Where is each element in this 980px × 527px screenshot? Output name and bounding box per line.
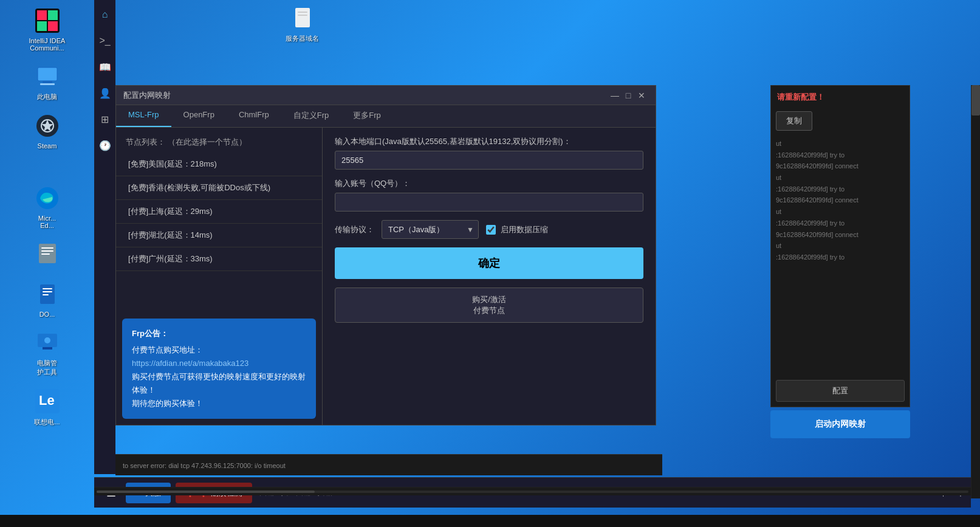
desktop-icon-pc-tool[interactable]: 电脑管护工具 bbox=[24, 328, 70, 377]
vertical-scrollbar[interactable] bbox=[971, 85, 980, 498]
tab-open-frp[interactable]: OpenFrp bbox=[171, 105, 227, 127]
desktop-icon-server[interactable]: 服务器域名 bbox=[279, 3, 325, 43]
node-panel-subtitle: （在此选择一个节点） bbox=[168, 137, 247, 146]
log-line: :162886420f99fd] try to bbox=[776, 252, 905, 263]
bottom-error-log: to server error: dial tcp 47.243.96.125:… bbox=[115, 454, 662, 475]
tab-more-frp[interactable]: 更多Frp bbox=[341, 105, 393, 127]
reconfigure-label: 请重新配置！ bbox=[771, 86, 910, 109]
app-tabs: MSL-Frp OpenFrp ChmlFrp 自定义Frp 更多Frp bbox=[116, 105, 656, 128]
svg-rect-13 bbox=[41, 250, 53, 252]
maximize-button[interactable]: □ bbox=[622, 89, 635, 102]
server-icon bbox=[288, 3, 317, 32]
sidebar-item-history[interactable]: 🕐 bbox=[97, 137, 114, 154]
node-panel-title: 节点列表： bbox=[126, 137, 165, 146]
desktop-icon-steam[interactable]: Steam bbox=[24, 111, 70, 150]
desktop-icon-doc[interactable]: DO... bbox=[24, 280, 70, 318]
announcement-title: Frp公告： bbox=[132, 327, 306, 340]
svg-text:Le: Le bbox=[39, 393, 55, 408]
tab-chml-frp[interactable]: ChmlFrp bbox=[227, 105, 281, 127]
compress-checkbox[interactable] bbox=[486, 225, 496, 235]
node-item-4[interactable]: [付费]广州(延迟：33ms) bbox=[116, 247, 322, 271]
svg-rect-16 bbox=[43, 288, 52, 289]
node-panel-header: 节点列表： （在此选择一个节点） bbox=[116, 128, 322, 153]
close-button[interactable]: ✕ bbox=[635, 89, 648, 102]
account-input[interactable] bbox=[335, 193, 643, 212]
node-item-3[interactable]: [付费]湖北(延迟：14ms) bbox=[116, 224, 322, 247]
copy-button[interactable]: 复制 bbox=[776, 111, 812, 131]
start-mapping-button[interactable]: 启动内网映射 bbox=[770, 410, 910, 438]
log-line: ut bbox=[776, 138, 905, 150]
protocol-select-wrapper: TCP（Java版） UDP（基岩版） TCP+UDP ▼ bbox=[382, 220, 479, 239]
desktop-icons-area: IntelliJ IDEACommuni... 此电脑 Steam bbox=[0, 0, 94, 474]
svg-rect-12 bbox=[41, 247, 53, 249]
log-content-area: ut :162886420f99fd] try to 9c162886420f9… bbox=[771, 133, 910, 375]
pc-tool-label: 电脑管护工具 bbox=[37, 359, 57, 377]
tab-custom-frp[interactable]: 自定义Frp bbox=[281, 105, 341, 127]
announcement-line3: 期待您的购买体验！ bbox=[132, 397, 306, 410]
log-line: :162886420f99fd] try to bbox=[776, 184, 905, 195]
desktop-icon-file[interactable] bbox=[24, 239, 70, 270]
desktop-icon-this-pc[interactable]: 此电脑 bbox=[24, 61, 70, 102]
tab-msl-frp[interactable]: MSL-Frp bbox=[116, 105, 171, 127]
svg-rect-3 bbox=[37, 21, 47, 31]
doc-icon bbox=[33, 280, 62, 309]
horizontal-scrollbar[interactable] bbox=[94, 487, 971, 495]
desktop-icon-lenovo[interactable]: Le 联想电... bbox=[24, 387, 70, 427]
svg-rect-1 bbox=[37, 10, 47, 20]
log-line: :162886420f99fd] try to bbox=[776, 218, 905, 229]
svg-rect-24 bbox=[295, 8, 310, 27]
window-title: 配置内网映射 bbox=[123, 90, 608, 101]
status-bar bbox=[0, 515, 980, 527]
log-panel: 请重新配置！ 复制 ut :162886420f99fd] try to 9c1… bbox=[770, 85, 910, 407]
account-label: 输入账号（QQ号）： bbox=[335, 178, 643, 189]
svg-rect-4 bbox=[48, 21, 58, 31]
port-input[interactable] bbox=[335, 151, 643, 170]
desktop: IntelliJ IDEACommuni... 此电脑 Steam bbox=[0, 0, 980, 527]
compress-label: 启用数据压缩 bbox=[501, 224, 548, 235]
edge-icon bbox=[33, 184, 62, 213]
config-button[interactable]: 配置 bbox=[776, 380, 905, 402]
log-line: :162886420f99fd] try to bbox=[776, 150, 905, 161]
node-item-1[interactable]: [免费]香港(检测失败,可能被DDos或下线) bbox=[116, 176, 322, 200]
sidebar-item-home[interactable]: ⌂ bbox=[97, 6, 114, 23]
svg-rect-2 bbox=[48, 10, 58, 20]
file-icon bbox=[33, 239, 62, 268]
app-sidebar: ⌂ >_ 📖 👤 ⊞ 🕐 bbox=[94, 0, 115, 474]
steam-icon bbox=[33, 111, 62, 140]
node-list-panel: 节点列表： （在此选择一个节点） [免费]美国(延迟：218ms) [免费]香港… bbox=[116, 128, 323, 425]
log-line: 9c162886420f99fd] connect bbox=[776, 160, 905, 172]
vscroll-thumb bbox=[971, 85, 980, 115]
log-line: ut bbox=[776, 206, 905, 218]
sidebar-item-qr[interactable]: ⊞ bbox=[97, 111, 114, 128]
announcement-line2: 购买付费节点可获得更快的映射速度和更好的映射体验！ bbox=[132, 370, 306, 397]
config-btn-area: 配置 bbox=[776, 380, 905, 402]
node-item-0[interactable]: [免费]美国(延迟：218ms) bbox=[116, 153, 322, 176]
app-main-content: 节点列表： （在此选择一个节点） [免费]美国(延迟：218ms) [免费]香港… bbox=[116, 128, 656, 425]
announcement-link: https://afdian.net/a/makabaka123 bbox=[132, 359, 248, 368]
minimize-button[interactable]: — bbox=[608, 89, 622, 102]
config-panel: 输入本地端口(Java版默认25565,基岩版默认19132,双协议用分割)： … bbox=[323, 128, 656, 425]
server-domain-label: 服务器域名 bbox=[286, 34, 319, 43]
main-config-window: 配置内网映射 — □ ✕ MSL-Frp OpenFrp ChmlFrp 自定义… bbox=[115, 85, 656, 425]
svg-rect-17 bbox=[43, 291, 52, 292]
buy-button[interactable]: 购买/激活付费节点 bbox=[335, 288, 643, 323]
sidebar-item-users[interactable]: 👤 bbox=[97, 84, 114, 102]
node-list: [免费]美国(延迟：218ms) [免费]香港(检测失败,可能被DDos或下线)… bbox=[116, 153, 322, 312]
intellij-icon bbox=[33, 6, 62, 35]
node-item-2[interactable]: [付费]上海(延迟：29ms) bbox=[116, 200, 322, 224]
protocol-select[interactable]: TCP（Java版） UDP（基岩版） TCP+UDP bbox=[382, 220, 479, 239]
log-line: 9c162886420f99fd] connect bbox=[776, 229, 905, 241]
protocol-row: 传输协议： TCP（Java版） UDP（基岩版） TCP+UDP ▼ 启用数据… bbox=[335, 220, 643, 239]
svg-rect-6 bbox=[43, 81, 52, 83]
desktop-icon-intellij[interactable]: IntelliJ IDEACommuni... bbox=[24, 6, 70, 52]
confirm-button[interactable]: 确定 bbox=[335, 247, 643, 279]
sidebar-item-terminal[interactable]: >_ bbox=[97, 32, 114, 49]
lenovo-icon: Le bbox=[33, 387, 62, 416]
svg-rect-20 bbox=[43, 347, 52, 350]
scrollbar-thumb bbox=[97, 491, 315, 493]
start-btn-area: 启动内网映射 bbox=[770, 410, 910, 438]
edge-label: Micr...Ed... bbox=[38, 215, 56, 229]
desktop-icon-edge[interactable]: Micr...Ed... bbox=[24, 184, 70, 229]
sidebar-item-book[interactable]: 📖 bbox=[97, 58, 114, 75]
svg-point-21 bbox=[44, 337, 50, 343]
